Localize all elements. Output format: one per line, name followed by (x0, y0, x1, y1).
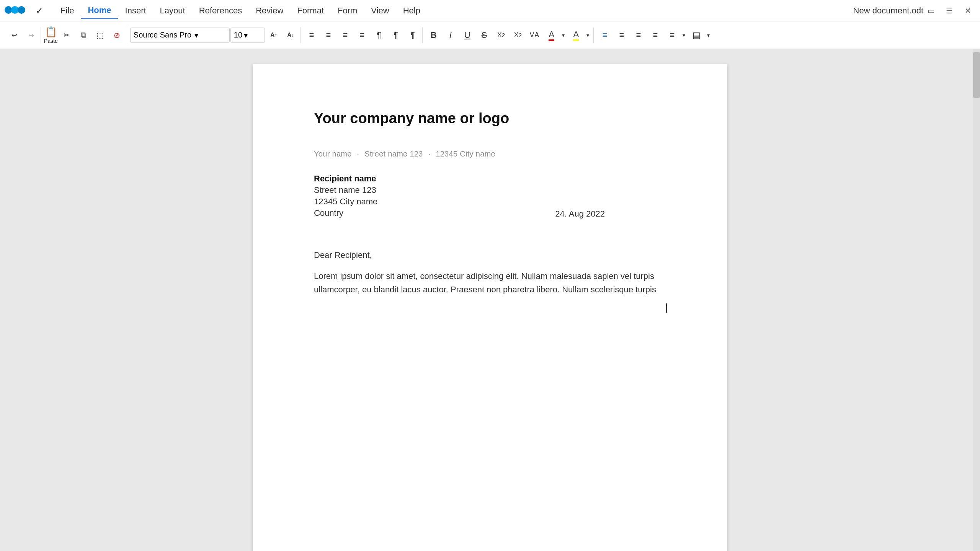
redo-button[interactable]: ↪ (23, 27, 39, 43)
text-cursor (666, 303, 667, 313)
sender-name: Your name (314, 150, 352, 158)
menu-layout[interactable]: Layout (153, 3, 192, 19)
menu-format[interactable]: Format (290, 3, 331, 19)
unordered-list-button[interactable]: ≡ (304, 27, 320, 43)
font-color-dropdown[interactable]: ▾ (560, 27, 567, 43)
menu-review[interactable]: Review (249, 3, 290, 19)
line-spacing-group: ≡ ▾ (664, 27, 688, 43)
char-spacing-button[interactable]: VA (527, 27, 543, 43)
indent-decrease-button[interactable]: ≡ (337, 27, 353, 43)
recipient-block: Recipient name Street name 123 12345 Cit… (314, 174, 666, 220)
highlight-color-group: A ▾ (568, 27, 592, 43)
undo-button[interactable]: ↩ (6, 27, 22, 43)
body-text[interactable]: Lorem ipsum dolor sit amet, consectetur … (314, 269, 666, 296)
highlight-color-button[interactable]: A (568, 27, 584, 43)
cut-button[interactable]: ✂ (59, 27, 75, 43)
ordered-list-button[interactable]: ≡ (320, 27, 336, 43)
menu-view[interactable]: View (364, 3, 396, 19)
align-left-button[interactable]: ≡ (597, 27, 613, 43)
character-group: B I U S X2 X2 VA A ▾ A ▾ (424, 27, 594, 43)
justify-button[interactable]: ≡ (647, 27, 663, 43)
menu-form[interactable]: Form (331, 3, 364, 19)
alignment-group: ≡ ≡ ≡ ≡ ≡ ▾ ▤ ▾ (595, 27, 714, 43)
pilcrow-button[interactable]: ¶ (405, 27, 421, 43)
history-group: ↩ ↪ (5, 27, 41, 43)
window-toggle-button[interactable]: ▭ (923, 3, 939, 18)
clear-format-button[interactable]: ⊘ (109, 27, 125, 43)
recipient-name[interactable]: Recipient name (314, 174, 666, 184)
window-controls: ▭ ☰ ✕ (923, 3, 975, 18)
sender-info: Your name · Street name 123 · 12345 City… (314, 150, 666, 158)
menu-file[interactable]: File (54, 3, 81, 19)
sender-street: Street name 123 (364, 150, 423, 158)
clone-format-button[interactable]: ⬚ (92, 27, 108, 43)
sender-city: 12345 City name (436, 150, 495, 158)
font-color-button[interactable]: A (544, 27, 560, 43)
font-group: Source Sans Pro ▾ 10 ▾ A↑ A↓ (129, 27, 301, 43)
close-button[interactable]: ✕ (960, 3, 975, 18)
indent-increase-button[interactable]: ≡ (354, 27, 370, 43)
font-size-decrease-button[interactable]: A↓ (283, 27, 299, 43)
sidebar-toggle-button[interactable]: ☰ (942, 3, 957, 18)
recipient-street[interactable]: Street name 123 (314, 185, 666, 195)
separator-1: · (357, 150, 359, 158)
bg-color-dropdown[interactable]: ▾ (705, 27, 712, 43)
document-page[interactable]: Your company name or logo Your name · St… (253, 64, 727, 551)
italic-button[interactable]: I (443, 27, 459, 43)
highlight-color-dropdown[interactable]: ▾ (584, 27, 592, 43)
company-title[interactable]: Your company name or logo (314, 110, 666, 127)
line-spacing-button[interactable]: ≡ (664, 27, 680, 43)
formatting-toolbar: ↩ ↪ 📋 Paste ✂ ⧉ ⬚ ⊘ Source Sans Pro ▾ 10… (0, 21, 980, 49)
font-size-selector[interactable]: 10 ▾ (230, 28, 265, 43)
app-logo (5, 3, 25, 18)
superscript-button[interactable]: X2 (510, 27, 526, 43)
underline-button[interactable]: U (459, 27, 475, 43)
subscript-button[interactable]: X2 (493, 27, 509, 43)
menu-bar: File Home Insert Layout References Revie… (54, 2, 853, 19)
clipboard-group: 📋 Paste ✂ ⧉ ⬚ ⊘ (42, 26, 127, 44)
svg-point-2 (18, 6, 25, 14)
menu-help[interactable]: Help (396, 3, 427, 19)
font-name-selector[interactable]: Source Sans Pro ▾ (130, 28, 230, 43)
show-formatting-button[interactable]: ¶ (388, 27, 404, 43)
bg-color-button[interactable]: ▤ (689, 27, 705, 43)
recipient-country-row: Country 24. Aug 2022 (314, 208, 666, 220)
vertical-scrollbar[interactable] (973, 49, 980, 551)
strikethrough-button[interactable]: S (476, 27, 492, 43)
salutation[interactable]: Dear Recipient, (314, 250, 666, 260)
line-spacing-dropdown[interactable]: ▾ (680, 27, 688, 43)
recipient-country[interactable]: Country (314, 208, 343, 218)
menu-home[interactable]: Home (81, 2, 118, 19)
copy-button[interactable]: ⧉ (75, 27, 91, 43)
separator-2: · (428, 150, 431, 158)
save-button[interactable]: ✓ (31, 3, 47, 19)
font-size-increase-button[interactable]: A↑ (266, 27, 282, 43)
menu-references[interactable]: References (192, 3, 249, 19)
menu-insert[interactable]: Insert (118, 3, 153, 19)
document-title: New document.odt (853, 6, 923, 16)
title-bar: ✓ File Home Insert Layout References Rev… (0, 0, 980, 21)
scrollbar-thumb[interactable] (973, 52, 980, 98)
paste-button[interactable]: 📋 Paste (44, 26, 58, 44)
list-group: ≡ ≡ ≡ ≡ ¶ ¶ ¶ (302, 27, 423, 43)
bold-button[interactable]: B (426, 27, 442, 43)
align-center-button[interactable]: ≡ (614, 27, 630, 43)
bg-color-group: ▤ ▾ (689, 27, 712, 43)
font-color-group: A ▾ (544, 27, 567, 43)
paragraph-mark-button[interactable]: ¶ (371, 27, 387, 43)
recipient-city[interactable]: 12345 City name (314, 197, 666, 207)
align-right-button[interactable]: ≡ (630, 27, 647, 43)
document-date[interactable]: 24. Aug 2022 (555, 209, 605, 219)
document-area[interactable]: Your company name or logo Your name · St… (0, 49, 980, 551)
